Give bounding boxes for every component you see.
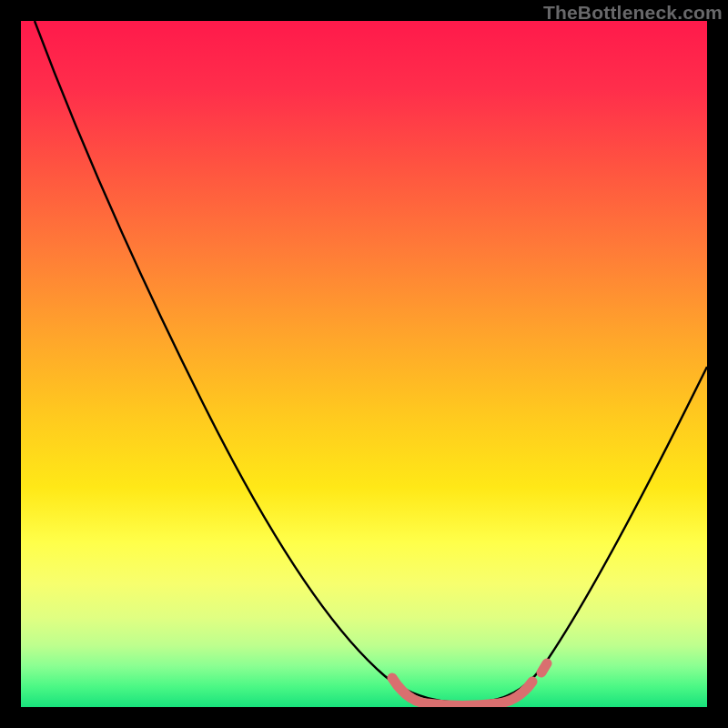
optimal-range-marker bbox=[392, 663, 547, 705]
chart-frame: TheBottleneck.com bbox=[0, 0, 728, 728]
bottleneck-curve bbox=[35, 21, 707, 703]
chart-overlay-svg bbox=[21, 21, 707, 707]
watermark-text: TheBottleneck.com bbox=[543, 2, 723, 24]
